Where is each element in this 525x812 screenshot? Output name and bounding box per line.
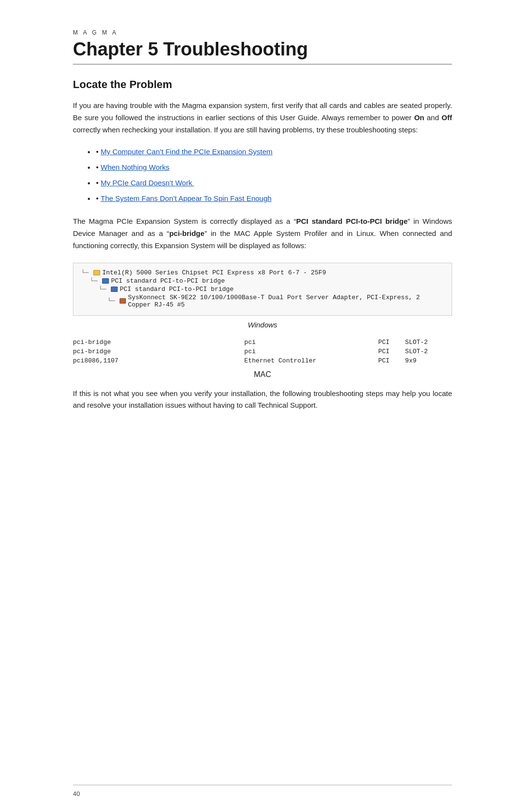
pci-bold-1: PCI standard PCI-to-PCI bridge [296, 217, 407, 225]
dm-text-1: PCI standard PCI-to-PCI bridge [111, 277, 225, 285]
mac-col3-2: PCI [378, 356, 405, 365]
mac-table: pci-bridge pci PCI SLOT-2 pci-bridge pci… [73, 338, 452, 365]
bullet-dot: • [96, 178, 101, 189]
dm-row-3: └─ SysKonnect SK-9E22 10/100/1000Base-T … [107, 294, 444, 308]
caption-mac: MAC [73, 370, 452, 379]
mac-col1-1: pci-bridge [73, 347, 245, 356]
mac-row-1: pci-bridge pci PCI SLOT-2 [73, 347, 452, 356]
list-item[interactable]: • My PCIe Card Doesn’t Work [88, 178, 452, 189]
tree-connector: └─ [90, 277, 101, 285]
dm-row-0: └─ Intel(R) 5000 Series Chipset PCI Expr… [81, 269, 444, 276]
link-cant-find[interactable]: My Computer Can’t Find the PCIe Expansio… [101, 146, 272, 158]
windows-device-manager-box: └─ Intel(R) 5000 Series Chipset PCI Expr… [73, 263, 452, 316]
intro-bold-off: Off [441, 113, 452, 122]
tree-connector: └─ [99, 286, 110, 293]
dm-row-1: └─ PCI standard PCI-to-PCI bridge [90, 277, 444, 285]
mac-col4-0: SLOT-2 [405, 338, 452, 347]
dm-row-2: └─ PCI standard PCI-to-PCI bridge [99, 286, 444, 293]
pci-bold-2: pci-bridge [169, 229, 205, 237]
brand-label: M A G M A [73, 29, 452, 36]
mac-col3-1: PCI [378, 347, 405, 356]
intro-text-part2: and [424, 113, 442, 122]
bullet-dot: • [96, 162, 101, 173]
pci-description: The Magma PCIe Expansion System is corre… [73, 216, 452, 252]
list-item[interactable]: • My Computer Can’t Find the PCIe Expans… [88, 146, 452, 158]
list-item[interactable]: • The System Fans Don’t Appear To Spin F… [88, 193, 452, 205]
page-number: 40 [73, 790, 80, 797]
caption-windows: Windows [73, 321, 452, 329]
bullet-dot: • [96, 193, 101, 204]
dm-text-0: Intel(R) 5000 Series Chipset PCI Express… [102, 269, 326, 276]
dm-text-3: SysKonnect SK-9E22 10/100/1000Base-T Dua… [128, 294, 444, 308]
link-nothing-works[interactable]: When Nothing Works [101, 162, 169, 173]
bullet-dot: • [96, 146, 101, 158]
conclusion-paragraph: If this is not what you see when you ver… [73, 388, 452, 412]
mac-col4-2: 9x9 [405, 356, 452, 365]
mac-col2-1: pci [245, 347, 378, 356]
chapter-title: Chapter 5 Troubleshooting [73, 39, 452, 65]
mac-col1-0: pci-bridge [73, 338, 245, 347]
mac-row-0: pci-bridge pci PCI SLOT-2 [73, 338, 452, 347]
mac-col1-2: pci8086,1107 [73, 356, 245, 365]
tree-connector: └─ [107, 297, 119, 305]
tree-connector: └─ [81, 269, 92, 276]
section-title: Locate the Problem [73, 78, 452, 91]
troubleshooting-list: • My Computer Can’t Find the PCIe Expans… [88, 146, 452, 205]
mac-row-2: pci8086,1107 Ethernet Controller PCI 9x9 [73, 356, 452, 365]
folder-icon [93, 270, 100, 275]
list-item[interactable]: • When Nothing Works [88, 162, 452, 174]
intro-paragraph: If you are having trouble with the Magma… [73, 100, 452, 136]
dm-text-2: PCI standard PCI-to-PCI bridge [120, 286, 233, 293]
mac-col3-0: PCI [378, 338, 405, 347]
mac-col2-0: pci [245, 338, 378, 347]
link-card-doesnt-work[interactable]: My PCIe Card Doesn’t Work [101, 178, 194, 189]
intro-bold-on: On [414, 113, 424, 122]
link-fans-spin[interactable]: The System Fans Don’t Appear To Spin Fas… [101, 193, 272, 204]
mac-col4-1: SLOT-2 [405, 347, 452, 356]
network-icon [120, 298, 126, 304]
mac-col2-2: Ethernet Controller [245, 356, 378, 365]
intro-text-part3: correctly when rechecking your installat… [73, 126, 418, 134]
intro-text-part1: If you are having trouble with the Magma… [73, 101, 452, 122]
device-icon [102, 278, 109, 284]
device-icon-2 [111, 287, 118, 292]
